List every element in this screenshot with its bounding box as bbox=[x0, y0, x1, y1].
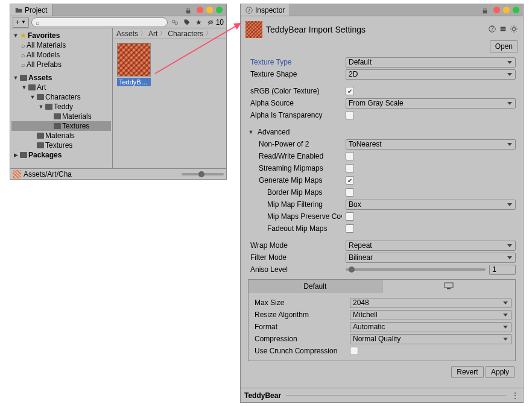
disclosure-right-icon[interactable]: ▶ bbox=[13, 152, 19, 158]
filter-by-label-icon[interactable] bbox=[182, 17, 192, 27]
select-npot[interactable]: ToNearest bbox=[346, 139, 516, 150]
asset-preview-icon bbox=[245, 21, 262, 38]
disclosure-down-icon[interactable]: ▼ bbox=[248, 129, 254, 135]
info-icon: i bbox=[245, 7, 253, 14]
platform-tab-default[interactable]: Default bbox=[249, 280, 382, 293]
select-alpha-source[interactable]: From Gray Scale bbox=[346, 98, 516, 109]
inspector-tab[interactable]: i Inspector bbox=[241, 4, 290, 16]
project-tree[interactable]: ▼ ★ Favorites ⌕All Materials ⌕All Models… bbox=[10, 28, 113, 168]
disclosure-down-icon[interactable]: ▼ bbox=[13, 75, 19, 81]
checkbox-srgb[interactable] bbox=[346, 87, 354, 95]
search-field[interactable]: ⌕ bbox=[31, 17, 168, 27]
search-icon: ⌕ bbox=[21, 61, 25, 68]
label-max-size: Max Size bbox=[252, 298, 346, 307]
gear-icon[interactable] bbox=[510, 25, 518, 35]
apply-button[interactable]: Apply bbox=[486, 366, 515, 378]
checkbox-mip-preserve[interactable] bbox=[346, 212, 354, 221]
disclosure-down-icon[interactable]: ▼ bbox=[30, 94, 36, 100]
checkbox-border-mips[interactable] bbox=[346, 188, 354, 197]
svg-text:?: ? bbox=[490, 25, 494, 32]
open-button[interactable]: Open bbox=[490, 40, 518, 52]
crumb-assets[interactable]: Assets bbox=[116, 30, 138, 38]
checkbox-rw[interactable] bbox=[346, 152, 354, 160]
asset-teddybear[interactable]: TeddyBe... bbox=[116, 43, 151, 86]
favorite-all-materials[interactable]: ⌕All Materials bbox=[11, 40, 111, 50]
input-aniso[interactable] bbox=[489, 265, 516, 275]
tree-art-materials[interactable]: Materials bbox=[11, 131, 111, 140]
project-window: Project + ▼ ⌕ ★ 10 ▼ ★ Fa bbox=[10, 4, 227, 180]
tree-packages[interactable]: ▶ Packages bbox=[11, 150, 111, 160]
asset-grid[interactable]: TeddyBe... bbox=[113, 39, 226, 168]
zoom-slider[interactable] bbox=[182, 173, 224, 175]
project-tab[interactable]: Project bbox=[10, 4, 52, 16]
label-filter: Filter Mode bbox=[248, 253, 342, 262]
favorite-all-prefabs[interactable]: ⌕All Prefabs bbox=[11, 60, 111, 69]
disclosure-down-icon[interactable]: ▼ bbox=[21, 84, 27, 90]
folder-icon bbox=[28, 84, 36, 90]
search-icon: ⌕ bbox=[21, 42, 25, 49]
inspector-window: i Inspector TeddyBear Import Settings ? … bbox=[240, 4, 524, 403]
save-search-icon[interactable]: ★ bbox=[194, 17, 204, 27]
svg-rect-11 bbox=[445, 283, 453, 288]
platform-tab-standalone[interactable] bbox=[382, 280, 516, 293]
checkbox-crunch[interactable] bbox=[350, 347, 358, 355]
favorite-all-models[interactable]: ⌕All Models bbox=[11, 50, 111, 60]
tree-teddy-textures[interactable]: Textures bbox=[11, 121, 111, 131]
tree-teddy[interactable]: ▼Teddy bbox=[11, 102, 111, 112]
svg-rect-9 bbox=[501, 30, 506, 31]
tree-favorites[interactable]: ▼ ★ Favorites bbox=[11, 31, 111, 40]
project-statusbar: Assets/Art/Cha bbox=[10, 168, 226, 179]
disclosure-down-icon[interactable]: ▼ bbox=[38, 104, 44, 110]
row-border-mips: Border Mip Maps bbox=[248, 186, 516, 198]
tree-art[interactable]: ▼Art bbox=[11, 83, 111, 92]
kebab-menu-icon[interactable]: ⋮ bbox=[511, 391, 519, 400]
chevron-right-icon: 〉 bbox=[206, 30, 211, 37]
select-filter[interactable]: Bilinear bbox=[346, 253, 516, 263]
select-resize-algo[interactable]: Mitchell bbox=[350, 310, 511, 320]
select-mip-filtering[interactable]: Box bbox=[346, 200, 516, 210]
traffic-min-icon[interactable] bbox=[503, 7, 510, 13]
help-icon[interactable]: ? bbox=[488, 25, 496, 35]
select-texture-shape[interactable]: 2D bbox=[346, 69, 516, 80]
disclosure-down-icon[interactable]: ▼ bbox=[13, 33, 19, 39]
svg-point-1 bbox=[175, 22, 178, 25]
select-compression[interactable]: Normal Quality bbox=[350, 334, 511, 344]
traffic-close-icon[interactable] bbox=[197, 7, 203, 13]
select-format[interactable]: Automatic bbox=[350, 322, 511, 332]
revert-button[interactable]: Revert bbox=[451, 366, 483, 378]
traffic-close-icon[interactable] bbox=[493, 7, 500, 13]
traffic-max-icon[interactable] bbox=[513, 7, 519, 13]
presets-icon[interactable] bbox=[499, 25, 507, 35]
hidden-count[interactable]: 10 bbox=[206, 18, 224, 27]
checkbox-fadeout[interactable] bbox=[346, 224, 354, 233]
checkbox-alpha-transparency[interactable] bbox=[346, 111, 354, 119]
select-texture-type[interactable]: Default bbox=[346, 57, 516, 68]
packages-label: Packages bbox=[28, 151, 62, 159]
crumb-art[interactable]: Art bbox=[148, 30, 157, 38]
tree-assets[interactable]: ▼ Assets bbox=[11, 73, 111, 83]
filter-by-type-icon[interactable] bbox=[170, 17, 180, 27]
checkbox-genmips[interactable] bbox=[346, 176, 354, 185]
chevron-right-icon: 〉 bbox=[141, 30, 146, 37]
platform-settings: Default Max Size 2048 Resize Algorithm M… bbox=[248, 279, 516, 361]
traffic-max-icon[interactable] bbox=[216, 7, 223, 13]
inspector-tab-label: Inspector bbox=[255, 6, 285, 14]
checkbox-streaming[interactable] bbox=[346, 164, 354, 172]
chevron-right-icon: 〉 bbox=[160, 30, 165, 37]
slider-aniso[interactable] bbox=[346, 268, 486, 271]
crumb-characters[interactable]: Characters bbox=[168, 30, 203, 38]
favorites-label: Favorites bbox=[28, 31, 60, 40]
eye-slash-icon bbox=[206, 19, 215, 25]
tree-teddy-materials[interactable]: Materials bbox=[11, 112, 111, 121]
create-dropdown[interactable]: + ▼ bbox=[13, 17, 29, 28]
search-input[interactable] bbox=[42, 18, 163, 27]
traffic-min-icon[interactable] bbox=[206, 7, 213, 13]
select-wrap[interactable]: Repeat bbox=[346, 241, 516, 251]
tree-art-textures[interactable]: Textures bbox=[11, 140, 111, 150]
select-max-size[interactable]: 2048 bbox=[350, 298, 511, 308]
lock-icon[interactable] bbox=[185, 7, 191, 13]
lock-icon[interactable] bbox=[482, 7, 488, 13]
label-advanced[interactable]: Advanced bbox=[258, 128, 290, 136]
tree-characters[interactable]: ▼Characters bbox=[11, 92, 111, 102]
row-filter: Filter Mode Bilinear bbox=[248, 251, 516, 263]
